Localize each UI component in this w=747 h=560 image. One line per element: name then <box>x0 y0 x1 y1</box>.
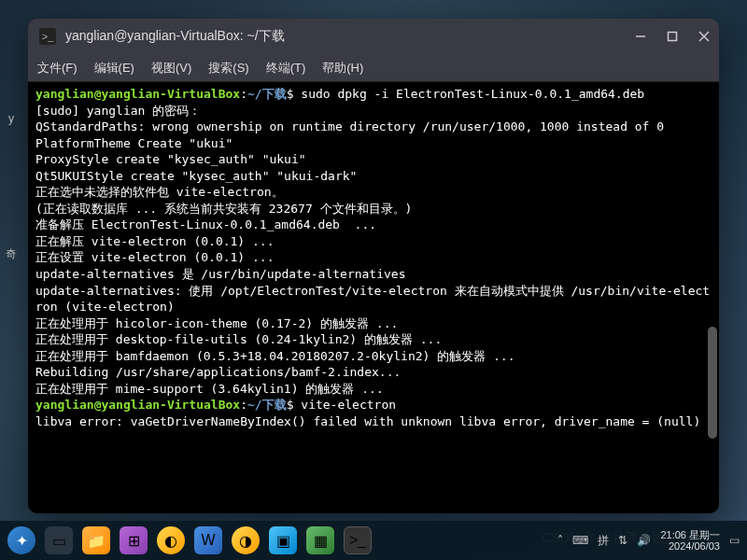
clock-date: 2024/06/03 <box>660 540 720 552</box>
command-1: sudo dpkg -i ElectronTest-Linux-0.0.1_am… <box>301 87 644 101</box>
terminal-body[interactable]: yanglian@yanglian-VirtualBox:~/下载$ sudo … <box>28 82 719 513</box>
browser-icon[interactable]: ◐ <box>157 526 185 554</box>
tray-chevron-icon[interactable]: ˄ <box>557 534 563 547</box>
system-tray: ˄ ⌨ 拼 ⇅ 🔊 21:06 星期一 2024/06/03 ▭ <box>557 529 740 552</box>
titlebar[interactable]: >_ yanglian@yanglian-VirtualBox: ~/下载 <box>28 19 719 54</box>
app-green-icon[interactable]: ▦ <box>306 526 334 554</box>
menu-edit[interactable]: 编辑(E) <box>94 60 134 77</box>
window-title: yanglian@yanglian-VirtualBox: ~/下载 <box>65 28 633 45</box>
file-manager-icon[interactable]: 📁 <box>82 526 110 554</box>
left-icon-b: 奇 <box>6 246 17 262</box>
output-line: 正在解压 vite-electron (0.0.1) ... <box>35 234 275 248</box>
left-icon-a: y <box>6 112 17 125</box>
tray-volume-icon[interactable]: 🔊 <box>637 534 651 547</box>
output-line: 正在处理用于 hicolor-icon-theme (0.17-2) 的触发器 … <box>35 316 398 330</box>
menubar: 文件(F) 编辑(E) 视图(V) 搜索(S) 终端(T) 帮助(H) <box>28 54 719 82</box>
taskbar: ✦ ▭ 📁 ⊞ ◐ W ◑ ▣ ▦ >_ ˄ ⌨ 拼 ⇅ 🔊 21:06 星期一… <box>0 521 747 560</box>
output-line: 准备解压 ElectronTest-Linux-0.0.1_amd64.deb … <box>35 217 376 231</box>
output-line: (正在读取数据库 ... 系统当前共安装有 232677 个文件和目录。) <box>35 202 412 216</box>
output-line: 正在处理用于 bamfdaemon (0.5.3+18.04.20180207.… <box>35 349 515 363</box>
output-line: 正在处理用于 desktop-file-utils (0.24-1kylin2)… <box>35 332 442 346</box>
output-line: QStandardPaths: wrong ownership on runti… <box>35 119 664 133</box>
output-line: 正在选中未选择的软件包 vite-electron。 <box>35 185 284 199</box>
output-line: Rebuilding /usr/share/applications/bamf-… <box>35 365 401 379</box>
tray-network-icon[interactable]: ⇅ <box>618 534 627 547</box>
output-line: [sudo] yanglian 的密码： <box>35 104 201 118</box>
task-view-icon[interactable]: ▭ <box>45 526 73 554</box>
browser2-icon[interactable]: ◑ <box>232 526 260 554</box>
start-button[interactable]: ✦ <box>7 526 35 554</box>
scroll-thumb[interactable] <box>708 327 717 439</box>
terminal-window: >_ yanglian@yanglian-VirtualBox: ~/下载 文件… <box>28 19 719 513</box>
tray-keyboard-icon[interactable]: ⌨ <box>572 534 588 547</box>
menu-search[interactable]: 搜索(S) <box>208 60 248 77</box>
output-line: libva error: vaGetDriverNameByIndex() fa… <box>35 414 700 428</box>
app-blue-icon[interactable]: W <box>194 526 222 554</box>
menu-file[interactable]: 文件(F) <box>37 60 78 77</box>
app-purple-icon[interactable]: ⊞ <box>120 526 148 554</box>
menu-view[interactable]: 视图(V) <box>151 60 191 77</box>
scrollbar[interactable] <box>708 84 717 510</box>
menu-help[interactable]: 帮助(H) <box>322 60 363 77</box>
output-line: Qt5UKUIStyle create "kysec_auth" "ukui-d… <box>35 169 357 183</box>
maximize-button[interactable] <box>665 29 680 44</box>
terminal-icon: >_ <box>39 28 56 45</box>
command-2: vite-electron <box>301 398 396 412</box>
app-cyan-icon[interactable]: ▣ <box>269 526 297 554</box>
output-line: update-alternatives 是 /usr/bin/update-al… <box>35 267 406 281</box>
output-line: ProxyStyle create "kysec_auth" "ukui" <box>35 152 306 166</box>
tray-input-icon[interactable]: 拼 <box>598 533 609 549</box>
output-line: 正在处理用于 mime-support (3.64kylin1) 的触发器 ..… <box>35 382 384 396</box>
minimize-button[interactable] <box>633 29 648 44</box>
terminal-taskbar-icon[interactable]: >_ <box>344 526 372 554</box>
desktop-left-text: y 奇 <box>6 112 17 262</box>
output-line: 正在设置 vite-electron (0.0.1) ... <box>35 250 275 264</box>
output-line: PlatformTheme Create "ukui" <box>35 136 233 150</box>
close-button[interactable] <box>697 29 712 44</box>
clock-time: 21:06 星期一 <box>660 529 720 540</box>
tray-notification-icon[interactable]: ▭ <box>729 534 740 547</box>
prompt-user: yanglian <box>35 87 94 101</box>
menu-terminal[interactable]: 终端(T) <box>266 60 306 77</box>
clock[interactable]: 21:06 星期一 2024/06/03 <box>660 529 720 552</box>
svg-rect-1 <box>669 33 677 41</box>
output-line: update-alternatives: 使用 /opt/ElectronTes… <box>35 284 710 315</box>
